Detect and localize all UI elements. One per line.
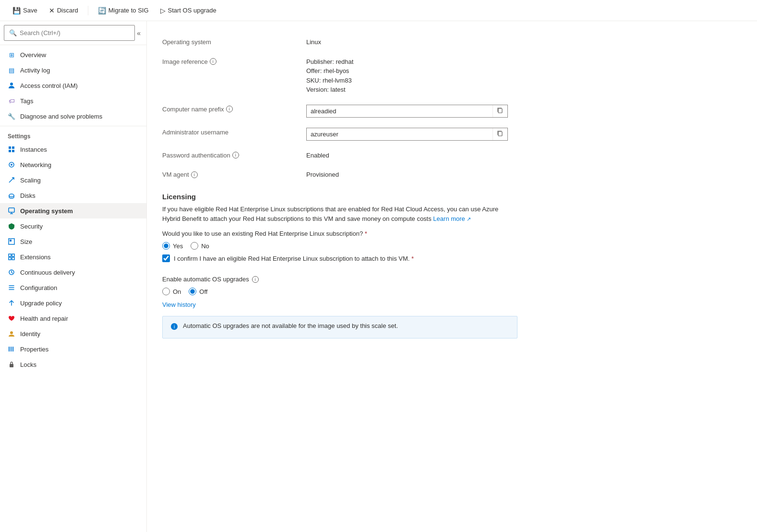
password-auth-label: Password authentication i [162,151,306,159]
sidebar-item-instances[interactable]: Instances [0,142,146,157]
toolbar: 💾 Save ✕ Discard 🔄 Migrate to SIG ▷ Star… [0,0,757,21]
svg-rect-21 [498,109,502,113]
computer-name-field-row: Computer name prefix i [162,100,742,123]
computer-name-copy-button[interactable] [493,105,507,117]
external-link-icon: ↗ [467,216,471,222]
sidebar-item-label: Continuous delivery [20,269,75,276]
password-auth-value: Enabled [306,151,742,160]
sidebar-item-label: Configuration [20,284,57,291]
radio-no-input[interactable] [191,242,198,250]
sidebar-item-label: Security [20,223,43,230]
sidebar-item-properties[interactable]: Properties [0,341,146,357]
start-icon: ▷ [160,7,166,14]
sidebar-item-label: Scaling [20,177,41,184]
sidebar: 🔍 « ⊞ Overview ▤ Activity log Access con… [0,21,147,532]
radio-no-label: No [201,242,209,250]
os-upgrades-info-icon[interactable]: i [252,276,259,283]
content-area: Operating system Linux Image reference i… [147,21,757,532]
discard-icon: ✕ [49,7,55,14]
learn-more-link[interactable]: Learn more ↗ [433,215,471,222]
migrate-to-sig-button[interactable]: 🔄 Migrate to SIG [93,4,154,17]
start-os-upgrade-button[interactable]: ▷ Start OS upgrade [156,4,221,17]
admin-username-input-group [306,128,508,141]
upgrade-off-input[interactable] [189,288,196,295]
sidebar-item-configuration[interactable]: Configuration [0,280,146,295]
sidebar-divider [0,126,146,126]
sidebar-item-locks[interactable]: Locks [0,357,146,372]
os-field-row: Operating system Linux [162,33,742,52]
os-upgrades-section: Enable automatic OS upgrades i On Off Vi… [162,276,742,339]
security-icon [8,222,15,230]
admin-username-copy-button[interactable] [493,128,507,140]
access-control-icon [8,82,15,89]
sidebar-item-extensions[interactable]: Extensions [0,249,146,265]
password-auth-info-icon[interactable]: i [232,152,239,158]
vm-agent-info-icon[interactable]: i [191,171,198,178]
sidebar-item-continuous-delivery[interactable]: Continuous delivery [0,265,146,280]
save-button[interactable]: 💾 Save [8,4,42,17]
sidebar-item-label: Diagnose and solve problems [20,113,102,120]
radio-yes-label: Yes [173,242,183,250]
discard-button[interactable]: ✕ Discard [44,4,83,17]
collapse-sidebar-button[interactable]: « [135,27,143,39]
sidebar-item-networking[interactable]: Networking [0,157,146,172]
sidebar-item-label: Locks [20,361,36,368]
sidebar-item-health-and-repair[interactable]: Health and repair [0,311,146,326]
sidebar-nav: ⊞ Overview ▤ Activity log Access control… [0,45,146,374]
admin-username-label: Administrator username [162,128,306,136]
sidebar-item-access-control[interactable]: Access control (IAM) [0,78,146,93]
radio-yes-item[interactable]: Yes [162,242,183,250]
svg-rect-4 [12,150,14,152]
info-banner-text: Automatic OS upgrades are not available … [183,322,398,329]
svg-rect-3 [9,150,11,152]
confirm-checkbox-item[interactable]: I confirm I have an eligible Red Hat Ent… [162,254,742,262]
overview-icon: ⊞ [8,51,15,59]
size-icon [8,238,15,245]
upgrade-on-input[interactable] [162,288,170,295]
computer-name-info-icon[interactable]: i [226,106,233,112]
sidebar-item-size[interactable]: Size [0,234,146,249]
sidebar-item-security[interactable]: Security [0,218,146,234]
sidebar-item-disks[interactable]: Disks [0,188,146,203]
search-box[interactable]: 🔍 [4,25,135,41]
os-label: Operating system [162,37,306,46]
image-ref-field-row: Image reference i Publisher: redhat Offe… [162,52,742,100]
sidebar-item-overview[interactable]: ⊞ Overview [0,47,146,62]
sidebar-item-identity[interactable]: Identity [0,326,146,341]
view-history-link[interactable]: View history [162,301,196,308]
sidebar-item-label: Activity log [20,67,50,74]
search-input[interactable] [20,29,130,36]
radio-yes-input[interactable] [162,242,170,250]
sidebar-item-label: Disks [20,192,36,199]
sidebar-item-diagnose[interactable]: 🔧 Diagnose and solve problems [0,109,146,124]
confirm-checkbox[interactable] [162,254,170,262]
image-ref-label: Image reference i [162,57,306,65]
properties-icon [8,345,15,353]
sidebar-item-operating-system[interactable]: Operating system [0,203,146,218]
upgrade-label-row: Enable automatic OS upgrades i [162,276,742,283]
licensing-description: If you have eligible Red Hat Enterprise … [162,205,508,225]
image-ref-info-icon[interactable]: i [210,58,216,65]
svg-rect-14 [12,257,14,260]
svg-rect-11 [9,254,11,256]
diagnose-icon: 🔧 [8,112,15,120]
main-layout: 🔍 « ⊞ Overview ▤ Activity log Access con… [0,21,757,532]
vm-agent-field-row: VM agent i Provisioned [162,165,742,185]
admin-username-input[interactable] [307,128,493,140]
radio-no-item[interactable]: No [191,242,209,250]
confirm-required-star: * [411,255,414,262]
svg-rect-18 [11,347,12,351]
info-banner: i Automatic OS upgrades are not availabl… [162,316,517,339]
sidebar-item-scaling[interactable]: Scaling [0,172,146,188]
sidebar-item-upgrade-policy[interactable]: Upgrade policy [0,295,146,311]
sidebar-item-activity-log[interactable]: ▤ Activity log [0,62,146,78]
svg-rect-1 [9,146,11,149]
upgrade-on-item[interactable]: On [162,288,181,295]
computer-name-input[interactable] [307,105,493,117]
sidebar-item-tags[interactable]: 🏷 Tags [0,93,146,109]
search-icon: 🔍 [9,29,17,36]
sidebar-item-label: Extensions [20,254,51,261]
continuous-delivery-icon [8,268,15,276]
upgrade-off-item[interactable]: Off [189,288,207,295]
licensing-title: Licensing [162,193,742,201]
